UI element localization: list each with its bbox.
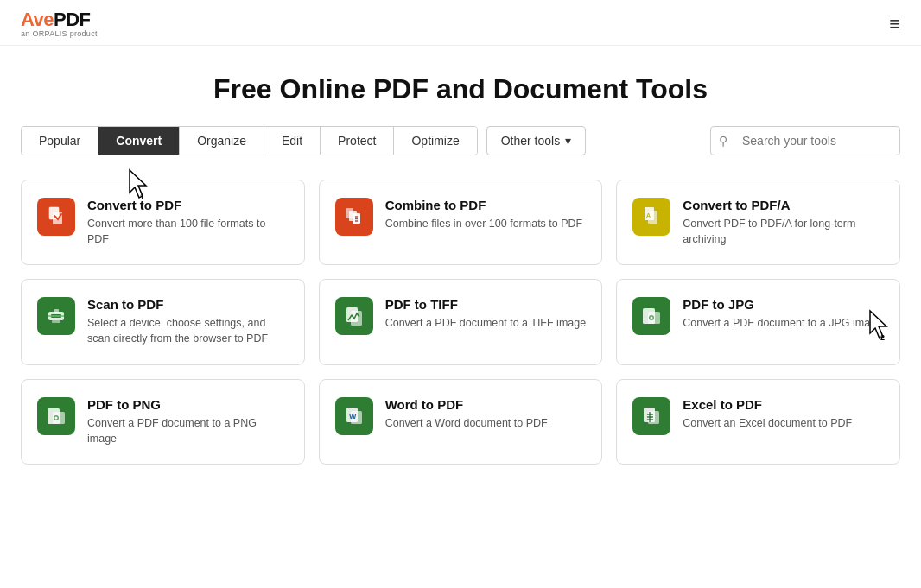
tab-protect[interactable]: Protect [321, 127, 394, 155]
tool-info-combine-to-pdf: Combine to PDF Combine files in over 100… [385, 198, 587, 231]
svg-point-26 [55, 416, 58, 419]
search-wrap: ⚲ [710, 126, 900, 155]
tool-desc: Convert an Excel document to PDF [683, 415, 884, 431]
svg-text:A: A [646, 212, 651, 218]
tab-edit[interactable]: Edit [264, 127, 321, 155]
search-input[interactable] [710, 126, 900, 155]
tool-info-excel-to-pdf: Excel to PDF Convert an Excel document t… [683, 397, 884, 431]
logo-sub: an ORPALIS product [21, 30, 98, 38]
menu-button[interactable]: ≡ [889, 15, 900, 34]
page-title: Free Online PDF and Document Tools [0, 73, 921, 105]
tool-info-pdf-to-jpg: PDF to JPG Convert a PDF document to a J… [683, 297, 884, 331]
logo-text: AvePDF [21, 10, 98, 29]
svg-point-22 [651, 317, 653, 319]
logo: AvePDF an ORPALIS product [21, 10, 98, 38]
tool-card-pdf-to-tiff[interactable]: PDF to TIFF Convert a PDF document to a … [319, 279, 603, 364]
tool-desc: Convert a PDF document to a JPG image [683, 315, 884, 331]
tool-desc: Select a device, choose settings, and sc… [87, 315, 289, 346]
tool-grid: Convert to PDF Convert more than 100 fil… [0, 180, 921, 485]
tool-desc: Convert PDF to PDF/A for long-term archi… [683, 216, 884, 247]
tab-bar: Popular Convert Organize Edit Protect Op… [0, 126, 921, 155]
tool-title: Scan to PDF [87, 297, 289, 312]
other-tools-label: Other tools [501, 134, 560, 148]
tab-organize[interactable]: Organize [180, 127, 264, 155]
tab-popular[interactable]: Popular [22, 127, 98, 155]
tool-icon-convert-to-pdf [37, 198, 75, 236]
chevron-down-icon: ▾ [565, 134, 571, 148]
tool-info-scan-to-pdf: Scan to PDF Select a device, choose sett… [87, 297, 289, 346]
tool-card-excel-to-pdf[interactable]: Excel to PDF Convert an Excel document t… [616, 379, 900, 465]
tool-card-convert-to-pdf[interactable]: Convert to PDF Convert more than 100 fil… [21, 180, 305, 265]
hero-section: Free Online PDF and Document Tools [0, 46, 921, 126]
tab-group: Popular Convert Organize Edit Protect Op… [21, 126, 478, 155]
tool-info-convert-to-pdf: Convert to PDF Convert more than 100 fil… [87, 198, 289, 247]
tool-icon-pdf-to-png [37, 397, 75, 435]
tool-title: PDF to PNG [87, 397, 289, 412]
tool-card-convert-to-pdfa[interactable]: A Convert to PDF/A Convert PDF to PDF/A … [616, 180, 900, 265]
tool-info-convert-to-pdfa: Convert to PDF/A Convert PDF to PDF/A fo… [683, 198, 884, 247]
tool-title: PDF to TIFF [385, 297, 587, 312]
tool-icon-combine-to-pdf [335, 198, 373, 236]
tool-card-combine-to-pdf[interactable]: Combine to PDF Combine files in over 100… [319, 180, 603, 265]
other-tools-button[interactable]: Other tools ▾ [486, 126, 586, 155]
tool-desc: Convert more than 100 file formats to PD… [87, 216, 289, 247]
svg-rect-15 [52, 320, 60, 323]
tool-card-word-to-pdf[interactable]: W Word to PDF Convert a Word document to… [319, 379, 603, 465]
tool-icon-pdf-to-tiff [335, 297, 373, 335]
tool-title: PDF to JPG [683, 297, 884, 312]
tab-convert[interactable]: Convert [98, 127, 180, 155]
tool-info-word-to-pdf: Word to PDF Convert a Word document to P… [385, 397, 587, 431]
tool-title: Word to PDF [385, 397, 587, 412]
tool-icon-scan-to-pdf [37, 297, 75, 335]
tool-icon-convert-to-pdfa: A [632, 198, 670, 236]
tool-icon-excel-to-pdf [632, 397, 670, 435]
tool-desc: Combine files in over 100 formats to PDF [385, 216, 587, 231]
tool-card-scan-to-pdf[interactable]: Scan to PDF Select a device, choose sett… [21, 279, 305, 364]
tool-desc: Convert a PDF document to a TIFF image [385, 315, 587, 331]
svg-rect-14 [54, 309, 59, 313]
tool-title: Convert to PDF/A [683, 198, 884, 212]
tool-info-pdf-to-tiff: PDF to TIFF Convert a PDF document to a … [385, 297, 587, 331]
tool-info-pdf-to-png: PDF to PNG Convert a PDF document to a P… [87, 397, 289, 446]
tool-card-pdf-to-jpg[interactable]: PDF to JPG Convert a PDF document to a J… [616, 279, 900, 364]
tool-icon-pdf-to-jpg [632, 297, 670, 335]
svg-text:W: W [349, 412, 357, 420]
tool-card-pdf-to-png[interactable]: PDF to PNG Convert a PDF document to a P… [21, 379, 305, 465]
tool-title: Excel to PDF [683, 397, 884, 412]
tool-desc: Convert a PDF document to a PNG image [87, 415, 289, 446]
tool-desc: Convert a Word document to PDF [385, 415, 587, 431]
tool-title: Convert to PDF [87, 198, 289, 212]
header: AvePDF an ORPALIS product ≡ [0, 0, 921, 46]
tool-icon-word-to-pdf: W [335, 397, 373, 435]
tool-title: Combine to PDF [385, 198, 587, 212]
tab-optimize[interactable]: Optimize [394, 127, 476, 155]
